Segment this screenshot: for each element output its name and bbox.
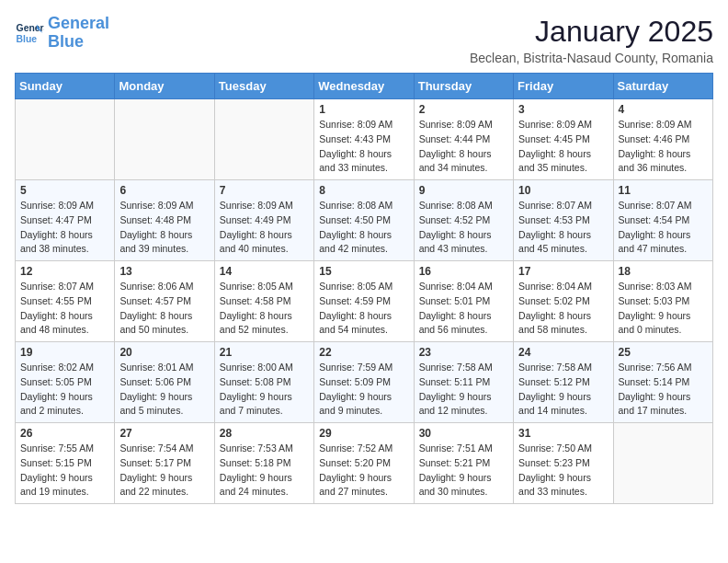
day-info: Sunrise: 7:56 AMSunset: 5:14 PMDaylight:… — [619, 361, 708, 419]
day-info: Sunrise: 8:04 AMSunset: 5:02 PMDaylight:… — [518, 280, 608, 338]
week-row-2: 5Sunrise: 8:09 AMSunset: 4:47 PMDaylight… — [16, 180, 713, 261]
day-number: 8 — [319, 184, 408, 197]
logo-line2: Blue — [48, 32, 84, 51]
day-info: Sunrise: 8:09 AMSunset: 4:47 PMDaylight:… — [20, 199, 109, 257]
day-info: Sunrise: 7:50 AMSunset: 5:23 PMDaylight:… — [518, 442, 608, 500]
day-cell: 5Sunrise: 8:09 AMSunset: 4:47 PMDaylight… — [16, 180, 115, 261]
day-cell: 2Sunrise: 8:09 AMSunset: 4:44 PMDaylight… — [414, 99, 513, 180]
day-number: 24 — [518, 346, 608, 359]
day-info: Sunrise: 8:08 AMSunset: 4:50 PMDaylight:… — [319, 199, 408, 257]
day-number: 19 — [20, 346, 109, 359]
day-cell: 22Sunrise: 7:59 AMSunset: 5:09 PMDayligh… — [314, 342, 414, 423]
day-info: Sunrise: 8:08 AMSunset: 4:52 PMDaylight:… — [419, 199, 508, 257]
day-number: 23 — [419, 346, 508, 359]
day-number: 17 — [518, 265, 608, 278]
day-cell: 21Sunrise: 8:00 AMSunset: 5:08 PMDayligh… — [214, 342, 313, 423]
day-info: Sunrise: 7:52 AMSunset: 5:20 PMDaylight:… — [319, 442, 408, 500]
day-number: 18 — [619, 265, 708, 278]
day-cell — [214, 99, 313, 180]
day-number: 3 — [518, 103, 608, 116]
day-cell: 9Sunrise: 8:08 AMSunset: 4:52 PMDaylight… — [414, 180, 513, 261]
day-number: 30 — [419, 427, 508, 440]
month-title: January 2025 — [470, 15, 713, 49]
day-info: Sunrise: 8:07 AMSunset: 4:54 PMDaylight:… — [619, 199, 708, 257]
day-number: 29 — [319, 427, 408, 440]
day-number: 22 — [319, 346, 408, 359]
day-number: 5 — [20, 184, 109, 197]
day-cell: 23Sunrise: 7:58 AMSunset: 5:11 PMDayligh… — [414, 342, 513, 423]
svg-text:General: General — [17, 23, 44, 33]
day-cell: 19Sunrise: 8:02 AMSunset: 5:05 PMDayligh… — [16, 342, 115, 423]
day-info: Sunrise: 8:00 AMSunset: 5:08 PMDaylight:… — [220, 361, 309, 419]
day-info: Sunrise: 7:59 AMSunset: 5:09 PMDaylight:… — [319, 361, 408, 419]
day-number: 13 — [119, 265, 209, 278]
day-info: Sunrise: 8:06 AMSunset: 4:57 PMDaylight:… — [119, 280, 209, 338]
day-number: 14 — [220, 265, 309, 278]
weekday-header-monday: Monday — [115, 74, 214, 99]
weekday-header-tuesday: Tuesday — [214, 74, 313, 99]
day-number: 16 — [419, 265, 508, 278]
logo-text: General Blue — [48, 15, 109, 52]
week-row-3: 12Sunrise: 8:07 AMSunset: 4:55 PMDayligh… — [16, 261, 713, 342]
day-cell: 24Sunrise: 7:58 AMSunset: 5:12 PMDayligh… — [514, 342, 613, 423]
day-number: 21 — [220, 346, 309, 359]
day-number: 9 — [419, 184, 508, 197]
day-info: Sunrise: 8:07 AMSunset: 4:55 PMDaylight:… — [20, 280, 109, 338]
day-cell: 1Sunrise: 8:09 AMSunset: 4:43 PMDaylight… — [314, 99, 414, 180]
day-info: Sunrise: 7:54 AMSunset: 5:17 PMDaylight:… — [119, 442, 209, 500]
day-cell: 31Sunrise: 7:50 AMSunset: 5:23 PMDayligh… — [514, 423, 613, 504]
page-header: General Blue General Blue January 2025 B… — [15, 15, 713, 65]
day-cell: 16Sunrise: 8:04 AMSunset: 5:01 PMDayligh… — [414, 261, 513, 342]
day-number: 28 — [220, 427, 309, 440]
day-info: Sunrise: 7:58 AMSunset: 5:11 PMDaylight:… — [419, 361, 508, 419]
day-number: 7 — [220, 184, 309, 197]
day-info: Sunrise: 8:09 AMSunset: 4:43 PMDaylight:… — [319, 118, 408, 176]
day-info: Sunrise: 7:55 AMSunset: 5:15 PMDaylight:… — [20, 442, 109, 500]
day-info: Sunrise: 8:09 AMSunset: 4:46 PMDaylight:… — [619, 118, 708, 176]
day-cell: 20Sunrise: 8:01 AMSunset: 5:06 PMDayligh… — [115, 342, 214, 423]
day-cell: 15Sunrise: 8:05 AMSunset: 4:59 PMDayligh… — [314, 261, 414, 342]
day-cell: 25Sunrise: 7:56 AMSunset: 5:14 PMDayligh… — [613, 342, 712, 423]
logo-line1: General — [48, 14, 109, 32]
day-number: 26 — [20, 427, 109, 440]
day-info: Sunrise: 8:05 AMSunset: 4:58 PMDaylight:… — [220, 280, 309, 338]
day-info: Sunrise: 8:09 AMSunset: 4:45 PMDaylight:… — [518, 118, 608, 176]
week-row-5: 26Sunrise: 7:55 AMSunset: 5:15 PMDayligh… — [16, 423, 713, 504]
day-info: Sunrise: 8:05 AMSunset: 4:59 PMDaylight:… — [319, 280, 408, 338]
day-info: Sunrise: 8:09 AMSunset: 4:44 PMDaylight:… — [419, 118, 508, 176]
day-cell: 6Sunrise: 8:09 AMSunset: 4:48 PMDaylight… — [115, 180, 214, 261]
day-info: Sunrise: 7:51 AMSunset: 5:21 PMDaylight:… — [419, 442, 508, 500]
day-info: Sunrise: 8:01 AMSunset: 5:06 PMDaylight:… — [119, 361, 209, 419]
weekday-header-saturday: Saturday — [613, 74, 712, 99]
logo: General Blue General Blue — [15, 15, 109, 52]
day-number: 4 — [619, 103, 708, 116]
day-cell — [16, 99, 115, 180]
day-info: Sunrise: 8:04 AMSunset: 5:01 PMDaylight:… — [419, 280, 508, 338]
week-row-4: 19Sunrise: 8:02 AMSunset: 5:05 PMDayligh… — [16, 342, 713, 423]
weekday-header-wednesday: Wednesday — [314, 74, 414, 99]
day-number: 10 — [518, 184, 608, 197]
day-cell: 28Sunrise: 7:53 AMSunset: 5:18 PMDayligh… — [214, 423, 313, 504]
title-block: January 2025 Beclean, Bistrita-Nasaud Co… — [470, 15, 713, 65]
weekday-header-row: SundayMondayTuesdayWednesdayThursdayFrid… — [16, 74, 713, 99]
weekday-header-friday: Friday — [514, 74, 613, 99]
day-number: 25 — [619, 346, 708, 359]
day-cell: 11Sunrise: 8:07 AMSunset: 4:54 PMDayligh… — [613, 180, 712, 261]
day-number: 1 — [319, 103, 408, 116]
day-cell: 7Sunrise: 8:09 AMSunset: 4:49 PMDaylight… — [214, 180, 313, 261]
day-info: Sunrise: 7:58 AMSunset: 5:12 PMDaylight:… — [518, 361, 608, 419]
week-row-1: 1Sunrise: 8:09 AMSunset: 4:43 PMDaylight… — [16, 99, 713, 180]
day-number: 12 — [20, 265, 109, 278]
day-cell: 13Sunrise: 8:06 AMSunset: 4:57 PMDayligh… — [115, 261, 214, 342]
day-cell: 26Sunrise: 7:55 AMSunset: 5:15 PMDayligh… — [16, 423, 115, 504]
day-info: Sunrise: 8:09 AMSunset: 4:49 PMDaylight:… — [220, 199, 309, 257]
day-number: 6 — [119, 184, 209, 197]
day-info: Sunrise: 8:02 AMSunset: 5:05 PMDaylight:… — [20, 361, 109, 419]
location-subtitle: Beclean, Bistrita-Nasaud County, Romania — [470, 51, 713, 65]
day-cell: 4Sunrise: 8:09 AMSunset: 4:46 PMDaylight… — [613, 99, 712, 180]
day-number: 20 — [119, 346, 209, 359]
logo-icon: General Blue — [15, 18, 44, 48]
day-number: 31 — [518, 427, 608, 440]
day-cell: 14Sunrise: 8:05 AMSunset: 4:58 PMDayligh… — [214, 261, 313, 342]
day-cell: 17Sunrise: 8:04 AMSunset: 5:02 PMDayligh… — [514, 261, 613, 342]
